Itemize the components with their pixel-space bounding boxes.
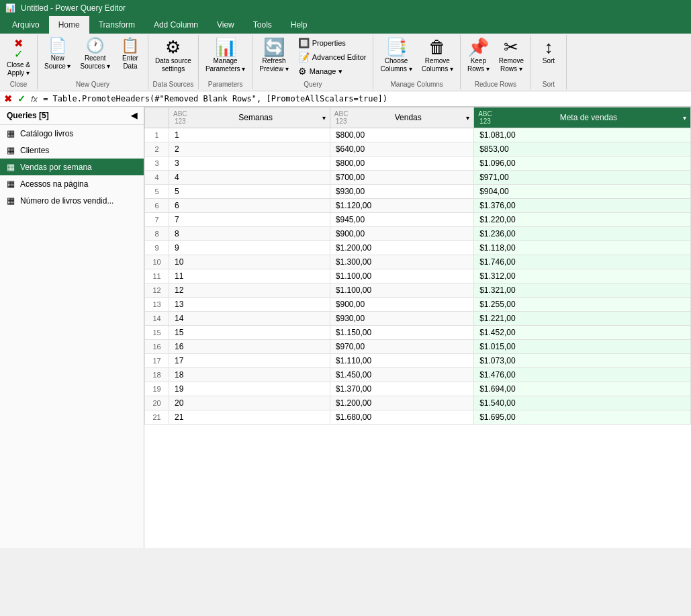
remove-rows-btn[interactable]: ✂ RemoveRows ▾ — [495, 36, 528, 75]
table-cell[interactable]: 14 — [169, 312, 330, 326]
tab-help[interactable]: Help — [281, 16, 317, 34]
table-cell[interactable]: $1.300,00 — [330, 255, 473, 269]
table-cell[interactable]: $930,00 — [330, 185, 473, 199]
advanced-editor-btn[interactable]: 📝 Advanced Editor — [294, 50, 371, 64]
table-cell[interactable]: $1.150,00 — [330, 326, 473, 340]
sidebar-item-vendas-semana[interactable]: ▦ Vendas por semana — [0, 159, 144, 175]
sidebar-item-acessos[interactable]: ▦ Acessos na página — [0, 175, 144, 192]
enter-data-btn[interactable]: 📋 EnterData — [116, 36, 145, 73]
table-cell[interactable]: $1.540,00 — [474, 396, 691, 410]
table-cell[interactable]: $800,00 — [330, 128, 473, 142]
formula-cancel-btn[interactable]: ✖ — [4, 93, 12, 104]
table-cell[interactable]: 2 — [169, 142, 330, 157]
table-cell[interactable]: $1.110,00 — [330, 354, 473, 368]
table-cell[interactable]: 20 — [169, 396, 330, 410]
table-cell[interactable]: $1.015,00 — [474, 340, 691, 354]
table-cell[interactable]: 15 — [169, 326, 330, 340]
table-cell[interactable]: 1 — [169, 128, 330, 142]
manage-parameters-btn[interactable]: 📊 ManageParameters ▾ — [201, 36, 249, 75]
table-cell[interactable]: $1.746,00 — [474, 255, 691, 269]
col-header-vendas[interactable]: ABC123 Vendas ▾ — [330, 107, 473, 128]
sidebar-item-catalogo[interactable]: ▦ Catálogo livros — [0, 125, 144, 142]
table-cell[interactable]: $1.694,00 — [474, 382, 691, 396]
col-header-semanas[interactable]: ABC123 Semanas ▾ — [169, 107, 330, 128]
table-cell[interactable]: 7 — [169, 213, 330, 227]
table-cell[interactable]: $1.100,00 — [330, 269, 473, 283]
table-cell[interactable]: 16 — [169, 340, 330, 354]
remove-columns-btn[interactable]: 🗑 RemoveColumns ▾ — [418, 36, 457, 75]
tab-add-column[interactable]: Add Column — [144, 16, 208, 34]
table-cell[interactable]: $904,00 — [474, 185, 691, 199]
table-cell[interactable]: 4 — [169, 171, 330, 185]
tab-tools[interactable]: Tools — [244, 16, 281, 34]
table-cell[interactable]: $1.695,00 — [474, 410, 691, 425]
manage-query-btn[interactable]: ⚙ Manage ▾ — [294, 64, 371, 78]
table-cell[interactable]: $945,00 — [330, 213, 473, 227]
table-cell[interactable]: $1.680,00 — [330, 410, 473, 425]
table-cell[interactable]: $1.255,00 — [474, 298, 691, 312]
tab-view[interactable]: View — [208, 16, 244, 34]
data-source-settings-btn[interactable]: ⚙ Data sourcesettings — [151, 36, 195, 75]
sidebar-collapse-btn[interactable]: ◀ — [131, 111, 137, 120]
recent-sources-btn[interactable]: 🕐 RecentSources ▾ — [76, 36, 113, 73]
refresh-preview-btn[interactable]: 🔄 RefreshPreview ▾ — [255, 36, 292, 75]
table-cell[interactable]: $1.100,00 — [330, 283, 473, 298]
table-cell[interactable]: $1.312,00 — [474, 269, 691, 283]
table-cell[interactable]: 21 — [169, 410, 330, 425]
table-cell[interactable]: $900,00 — [330, 227, 473, 241]
table-cell[interactable]: 12 — [169, 283, 330, 298]
col-dropdown-semanas[interactable]: ▾ — [322, 114, 326, 122]
table-cell[interactable]: 19 — [169, 382, 330, 396]
table-cell[interactable]: $900,00 — [330, 298, 473, 312]
table-cell[interactable]: 10 — [169, 255, 330, 269]
data-table-container[interactable]: ABC123 Semanas ▾ ABC123 Vendas ▾ — [144, 107, 691, 548]
table-cell[interactable]: $1.376,00 — [474, 199, 691, 213]
sort-btn[interactable]: ↕ Sort — [534, 36, 563, 67]
formula-input[interactable] — [43, 94, 687, 103]
table-cell[interactable]: $700,00 — [330, 171, 473, 185]
table-cell[interactable]: 17 — [169, 354, 330, 368]
tab-arquivo[interactable]: Arquivo — [3, 16, 49, 34]
table-cell[interactable]: $1.370,00 — [330, 382, 473, 396]
table-cell[interactable]: 11 — [169, 269, 330, 283]
table-cell[interactable]: 8 — [169, 227, 330, 241]
col-dropdown-meta[interactable]: ▾ — [683, 114, 686, 122]
formula-confirm-btn[interactable]: ✓ — [17, 93, 26, 104]
table-cell[interactable]: $1.236,00 — [474, 227, 691, 241]
table-cell[interactable]: $971,00 — [474, 171, 691, 185]
table-cell[interactable]: $930,00 — [330, 312, 473, 326]
table-cell[interactable]: $1.200,00 — [330, 241, 473, 255]
table-cell[interactable]: 9 — [169, 241, 330, 255]
close-apply-btn[interactable]: ✖ ✓ Close & Apply ▾ — [3, 36, 34, 79]
table-cell[interactable]: 5 — [169, 185, 330, 199]
tab-home[interactable]: Home — [49, 16, 89, 34]
table-cell[interactable]: $1.450,00 — [330, 368, 473, 382]
table-cell[interactable]: $1.081,00 — [474, 128, 691, 142]
table-cell[interactable]: $1.220,00 — [474, 213, 691, 227]
tab-transform[interactable]: Transform — [89, 16, 144, 34]
table-cell[interactable]: $1.221,00 — [474, 312, 691, 326]
table-cell[interactable]: 3 — [169, 157, 330, 171]
table-cell[interactable]: 6 — [169, 199, 330, 213]
table-cell[interactable]: $1.073,00 — [474, 354, 691, 368]
table-cell[interactable]: $1.118,00 — [474, 241, 691, 255]
table-cell[interactable]: $800,00 — [330, 157, 473, 171]
table-cell[interactable]: $1.321,00 — [474, 283, 691, 298]
col-header-meta[interactable]: ABC123 Meta de vendas ▾ — [474, 107, 691, 128]
keep-rows-btn[interactable]: 📌 KeepRows ▾ — [463, 36, 494, 75]
table-cell[interactable]: $1.120,00 — [330, 199, 473, 213]
col-dropdown-vendas[interactable]: ▾ — [466, 114, 469, 122]
sidebar-item-clientes[interactable]: ▦ Clientes — [0, 142, 144, 159]
table-cell[interactable]: $640,00 — [330, 142, 473, 157]
table-cell[interactable]: 18 — [169, 368, 330, 382]
table-cell[interactable]: $1.452,00 — [474, 326, 691, 340]
table-cell[interactable]: $970,00 — [330, 340, 473, 354]
table-cell[interactable]: $1.200,00 — [330, 396, 473, 410]
new-source-btn[interactable]: 📄 NewSource ▾ — [40, 36, 75, 73]
properties-btn[interactable]: 🔲 Properties — [294, 36, 371, 50]
table-cell[interactable]: $1.096,00 — [474, 157, 691, 171]
table-cell[interactable]: $853,00 — [474, 142, 691, 157]
sidebar-item-livros-vendidos[interactable]: ▦ Número de livros vendid... — [0, 192, 144, 209]
table-cell[interactable]: $1.476,00 — [474, 368, 691, 382]
choose-columns-btn[interactable]: 📑 ChooseColumns ▾ — [376, 36, 416, 75]
